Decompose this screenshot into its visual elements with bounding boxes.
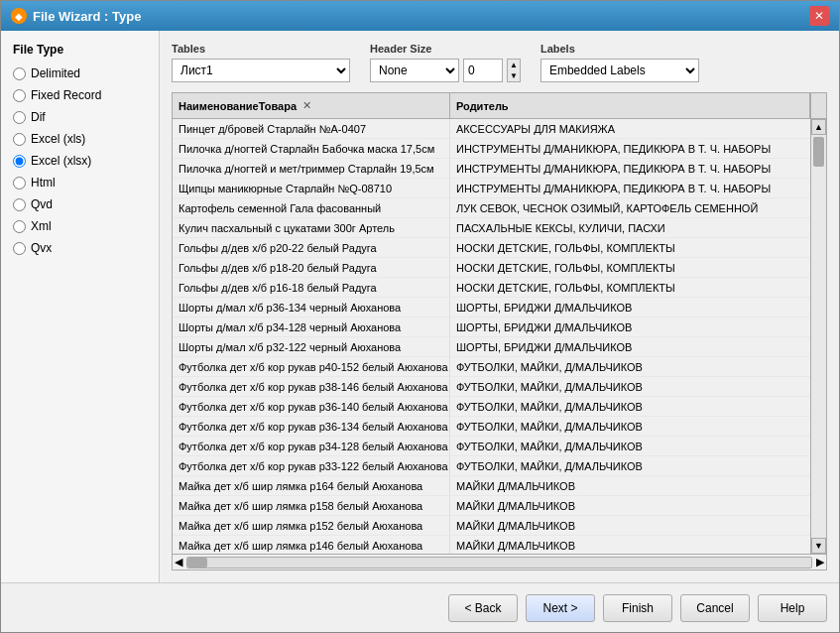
radio-qvx[interactable]: Qvx xyxy=(13,241,147,255)
table-cell-parent: НОСКИ ДЕТСКИЕ, ГОЛЬФЫ, КОМПЛЕКТЫ xyxy=(450,258,810,277)
radio-input-excel-xls[interactable] xyxy=(13,133,26,146)
finish-button[interactable]: Finish xyxy=(603,594,672,622)
scroll-down-arrow[interactable]: ▼ xyxy=(811,538,826,554)
table-row[interactable]: Майка дет х/б шир лямка р158 белый Аюхан… xyxy=(173,496,810,516)
back-button[interactable]: < Back xyxy=(448,594,518,622)
table-cell-name: Футболка дет х/б кор рукав р33-122 белый… xyxy=(173,456,450,475)
table-row[interactable]: Кулич пасхальный с цукатами 300г АртельП… xyxy=(173,218,810,238)
table-row[interactable]: Шорты д/мал х/б р32-122 черный АюхановаШ… xyxy=(173,337,810,357)
table-row[interactable]: Гольфы д/дев х/б р18-20 белый РадугаНОСК… xyxy=(173,258,810,278)
radio-input-fixed-record[interactable] xyxy=(13,89,26,102)
radio-label-excel-xls: Excel (xls) xyxy=(31,132,85,146)
col-header-name-text: НаименованиеТовара xyxy=(179,100,297,112)
header-size-number[interactable] xyxy=(463,59,503,82)
data-table-body[interactable]: Пинцет д/бровей Старлайн №A-0407АКСЕССУА… xyxy=(173,119,810,554)
h-scroll-left-arrow[interactable]: ◀ xyxy=(175,556,182,569)
radio-excel-xlsx[interactable]: Excel (xlsx) xyxy=(13,154,147,168)
tables-group: Tables Лист1 xyxy=(172,43,350,82)
table-row[interactable]: Майка дет х/б шир лямка р152 белый Аюхан… xyxy=(173,516,810,536)
table-row[interactable]: Гольфы д/дев х/б р16-18 белый РадугаНОСК… xyxy=(173,278,810,298)
spinner-up[interactable]: ▲ xyxy=(508,60,520,70)
tables-select[interactable]: Лист1 xyxy=(172,59,350,82)
col-name-close-btn[interactable]: ✕ xyxy=(300,99,313,112)
table-cell-parent: ШОРТЫ, БРИДЖИ Д/МАЛЬЧИКОВ xyxy=(450,298,810,316)
header-size-select[interactable]: None xyxy=(370,59,459,82)
radio-delimited[interactable]: Delimited xyxy=(13,66,147,80)
table-cell-parent: ФУТБОЛКИ, МАЙКИ, Д/МАЛЬЧИКОВ xyxy=(450,397,810,416)
table-row[interactable]: Футболка дет х/б кор рукав р36-140 белый… xyxy=(173,397,810,417)
table-cell-name: Майка дет х/б шир лямка р158 белый Аюхан… xyxy=(173,496,450,515)
table-cell-name: Кулич пасхальный с цукатами 300г Артель xyxy=(173,218,450,237)
footer: < Back Next > Finish Cancel Help xyxy=(1,582,839,632)
table-cell-name: Шорты д/мал х/б р36-134 черный Аюханова xyxy=(173,298,450,316)
radio-input-qvd[interactable] xyxy=(13,198,26,211)
spinner-down[interactable]: ▼ xyxy=(508,70,520,81)
radio-input-qvx[interactable] xyxy=(13,242,26,255)
table-cell-parent: ИНСТРУМЕНТЫ Д/МАНИКЮРА, ПЕДИКЮРА В Т. Ч.… xyxy=(450,139,810,158)
col-header-name: НаименованиеТовара ✕ xyxy=(173,93,450,118)
table-row[interactable]: Шорты д/мал х/б р36-134 черный АюхановаШ… xyxy=(173,298,810,317)
table-cell-parent: МАЙКИ Д/МАЛЬЧИКОВ xyxy=(450,516,810,535)
radio-dif[interactable]: Dif xyxy=(13,110,147,124)
vertical-scrollbar[interactable]: ▲ ▼ xyxy=(810,119,826,554)
table-cell-name: Майка дет х/б шир лямка р164 белый Аюхан… xyxy=(173,476,450,495)
radio-excel-xls[interactable]: Excel (xls) xyxy=(13,132,147,146)
table-row[interactable]: Гольфы д/дев х/б р20-22 белый РадугаНОСК… xyxy=(173,238,810,258)
table-row[interactable]: Шорты д/мал х/б р34-128 черный АюхановаШ… xyxy=(173,317,810,337)
table-cell-parent: НОСКИ ДЕТСКИЕ, ГОЛЬФЫ, КОМПЛЕКТЫ xyxy=(450,278,810,297)
next-button[interactable]: Next > xyxy=(526,594,595,622)
radio-input-xml[interactable] xyxy=(13,220,26,233)
table-row[interactable]: Майка дет х/б шир лямка р146 белый Аюхан… xyxy=(173,536,810,554)
table-cell-parent: ФУТБОЛКИ, МАЙКИ, Д/МАЛЬЧИКОВ xyxy=(450,377,810,396)
table-row[interactable]: Футболка дет х/б кор рукав р38-146 белый… xyxy=(173,377,810,397)
scroll-up-arrow[interactable]: ▲ xyxy=(811,119,826,135)
table-row[interactable]: Картофель семенной Гала фасованныйЛУК СЕ… xyxy=(173,198,810,218)
header-size-label: Header Size xyxy=(370,43,521,55)
table-row[interactable]: Пинцет д/бровей Старлайн №A-0407АКСЕССУА… xyxy=(173,119,810,139)
table-cell-name: Гольфы д/дев х/б р18-20 белый Радуга xyxy=(173,258,450,277)
radio-html[interactable]: Html xyxy=(13,176,147,190)
table-row[interactable]: Футболка дет х/б кор рукав р40-152 белый… xyxy=(173,357,810,377)
main-window: ◆ File Wizard : Type ✕ File Type Delimit… xyxy=(0,0,840,633)
table-cell-parent: ФУТБОЛКИ, МАЙКИ, Д/МАЛЬЧИКОВ xyxy=(450,456,810,475)
table-row[interactable]: Футболка дет х/б кор рукав р34-128 белый… xyxy=(173,437,810,456)
radio-input-excel-xlsx[interactable] xyxy=(13,155,26,168)
table-cell-name: Пилочка д/ногтей Старлайн Бабочка маска … xyxy=(173,139,450,158)
radio-qvd[interactable]: Qvd xyxy=(13,197,147,211)
table-cell-parent: МАЙКИ Д/МАЛЬЧИКОВ xyxy=(450,476,810,495)
radio-label-fixed-record: Fixed Record xyxy=(31,88,101,102)
radio-input-delimited[interactable] xyxy=(13,67,26,80)
radio-input-dif[interactable] xyxy=(13,111,26,124)
table-row[interactable]: Щипцы маникюрные Старлайн №Q-08710ИНСТРУ… xyxy=(173,179,810,198)
file-type-group: Delimited Fixed Record Dif Excel (xls) E… xyxy=(13,66,147,255)
table-row[interactable]: Майка дет х/б шир лямка р164 белый Аюхан… xyxy=(173,476,810,496)
radio-label-dif: Dif xyxy=(31,110,46,124)
table-cell-name: Гольфы д/дев х/б р16-18 белый Радуга xyxy=(173,278,450,297)
cancel-button[interactable]: Cancel xyxy=(680,594,750,622)
table-row[interactable]: Пилочка д/ногтей и мет/триммер Старлайн … xyxy=(173,159,810,179)
table-cell-name: Пинцет д/бровей Старлайн №A-0407 xyxy=(173,119,450,138)
labels-select[interactable]: Embedded Labels xyxy=(540,59,699,82)
table-row[interactable]: Футболка дет х/б кор рукав р36-134 белый… xyxy=(173,417,810,437)
radio-input-html[interactable] xyxy=(13,177,26,190)
table-cell-parent: МАЙКИ Д/МАЛЬЧИКОВ xyxy=(450,496,810,515)
table-row[interactable]: Пилочка д/ногтей Старлайн Бабочка маска … xyxy=(173,139,810,159)
table-cell-parent: МАЙКИ Д/МАЛЬЧИКОВ xyxy=(450,536,810,554)
radio-xml[interactable]: Xml xyxy=(13,219,147,233)
table-cell-name: Шорты д/мал х/б р32-122 черный Аюханова xyxy=(173,337,450,356)
h-scroll-track xyxy=(186,557,812,569)
table-cell-parent: ИНСТРУМЕНТЫ Д/МАНИКЮРА, ПЕДИКЮРА В Т. Ч.… xyxy=(450,179,810,197)
radio-fixed-record[interactable]: Fixed Record xyxy=(13,88,147,102)
h-scroll-right-arrow[interactable]: ▶ xyxy=(816,556,824,569)
table-cell-parent: ФУТБОЛКИ, МАЙКИ, Д/МАЛЬЧИКОВ xyxy=(450,417,810,436)
h-scroll-thumb xyxy=(187,558,207,568)
table-header-scroll-spacer xyxy=(810,93,826,118)
close-button[interactable]: ✕ xyxy=(809,6,829,26)
table-cell-name: Щипцы маникюрные Старлайн №Q-08710 xyxy=(173,179,450,197)
labels-group: Labels Embedded Labels xyxy=(540,43,699,82)
title-bar: ◆ File Wizard : Type ✕ xyxy=(1,1,839,31)
table-row[interactable]: Футболка дет х/б кор рукав р33-122 белый… xyxy=(173,456,810,476)
window-title: File Wizard : Type xyxy=(33,9,141,24)
help-button[interactable]: Help xyxy=(758,594,827,622)
radio-label-excel-xlsx: Excel (xlsx) xyxy=(31,154,91,168)
